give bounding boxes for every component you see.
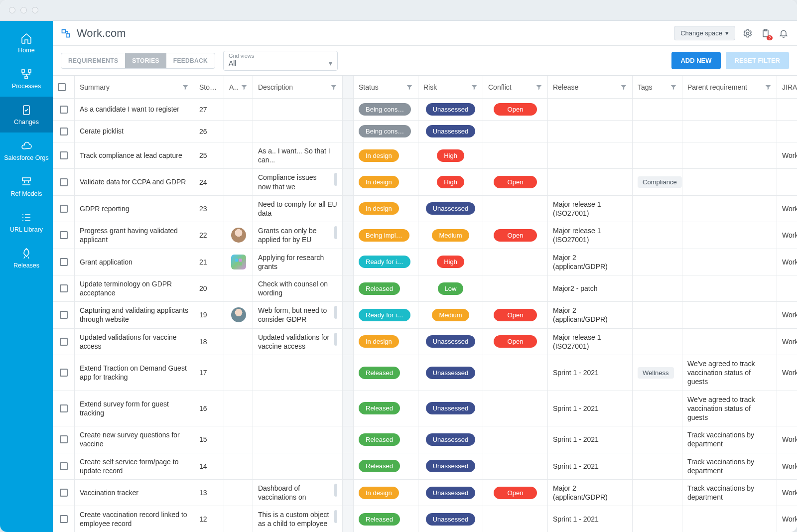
filter-icon[interactable] (535, 84, 542, 91)
row-checkbox-cell[interactable] (53, 329, 75, 355)
cell-assignee[interactable] (224, 142, 253, 169)
cell-description[interactable] (253, 99, 343, 121)
cell-release[interactable]: Sprint 1 - 2021 (548, 506, 633, 532)
cell-story-number[interactable]: 19 (194, 302, 224, 328)
resize-handle-icon[interactable] (334, 226, 337, 239)
row-checkbox-cell[interactable] (53, 302, 75, 328)
cell-story-number[interactable]: 26 (194, 121, 224, 142)
cell-assignee[interactable] (224, 302, 253, 328)
cell-story-number[interactable]: 21 (194, 249, 224, 275)
cell-risk[interactable]: High (418, 169, 483, 195)
row-checkbox-cell[interactable] (53, 391, 75, 427)
cell-release[interactable]: Major release 1 (ISO27001) (548, 196, 633, 222)
row-checkbox-cell[interactable] (53, 355, 75, 391)
filter-icon[interactable] (471, 84, 478, 91)
cell-description[interactable]: Grants can only be applied for by EU (253, 222, 343, 249)
cell-summary[interactable]: Create vaccination record linked to empl… (75, 506, 194, 532)
sidebar-item-home[interactable]: Home (0, 25, 53, 61)
cell-description[interactable]: Compliance issues now that we (253, 169, 343, 195)
cell-conflict[interactable]: Open (483, 302, 548, 328)
cell-summary[interactable]: Update terminology on GDPR acceptance (75, 275, 194, 302)
cell-assignee[interactable] (224, 480, 253, 506)
cell-parent[interactable] (682, 249, 777, 275)
cell-story-number[interactable]: 12 (194, 506, 224, 532)
filter-icon[interactable] (241, 84, 248, 91)
cell-description[interactable]: Updated validations for vaccine access (253, 329, 343, 355)
filter-icon[interactable] (670, 84, 677, 91)
cell-conflict[interactable] (483, 506, 548, 532)
cell-assignee[interactable] (224, 506, 253, 532)
cell-jira[interactable]: Work.com (777, 249, 797, 275)
cell-story-number[interactable]: 25 (194, 142, 224, 169)
select-all-checkbox[interactable] (58, 83, 66, 91)
cell-tags[interactable] (633, 222, 682, 249)
cell-description[interactable] (253, 355, 343, 391)
settings-icon[interactable] (742, 28, 753, 39)
cell-risk[interactable]: Unassessed (418, 426, 483, 453)
row-checkbox-cell[interactable] (53, 506, 75, 532)
traffic-light-minimize[interactable] (20, 7, 27, 13)
tab-feedback[interactable]: FEEDBACK (166, 53, 215, 68)
cell-parent[interactable] (682, 196, 777, 222)
cell-assignee[interactable] (224, 169, 253, 195)
cell-jira[interactable]: Work.com (777, 329, 797, 355)
cell-story-number[interactable]: 17 (194, 355, 224, 391)
cell-conflict[interactable]: Open (483, 329, 548, 355)
cell-conflict[interactable] (483, 275, 548, 302)
cell-status[interactable]: Released (354, 506, 418, 532)
reset-filter-button[interactable]: RESET FILTER (726, 52, 789, 69)
cell-status[interactable]: Being cons… (354, 121, 418, 142)
cell-tags[interactable] (633, 249, 682, 275)
cell-risk[interactable]: Medium (418, 302, 483, 328)
cell-assignee[interactable] (224, 355, 253, 391)
sidebar-item-salesforce-orgs[interactable]: Salesforce Orgs (0, 133, 53, 168)
cell-assignee[interactable] (224, 99, 253, 121)
cell-tags[interactable]: Compliance (633, 169, 682, 195)
resize-handle-icon[interactable] (334, 484, 337, 497)
cell-description[interactable] (253, 391, 343, 427)
change-space-dropdown[interactable]: Change space ▾ (674, 26, 735, 40)
cell-story-number[interactable]: 23 (194, 196, 224, 222)
row-checkbox-cell[interactable] (53, 275, 75, 302)
cell-risk[interactable]: Unassessed (418, 121, 483, 142)
cell-parent[interactable] (682, 169, 777, 195)
cell-conflict[interactable]: Open (483, 222, 548, 249)
cell-release[interactable]: Major release 1 (ISO27001) (548, 329, 633, 355)
cell-summary[interactable]: Create new survey questions for vaccine (75, 426, 194, 453)
cell-jira[interactable]: Work.com (777, 480, 797, 506)
row-checkbox[interactable] (60, 515, 68, 523)
cell-risk[interactable]: Unassessed (418, 196, 483, 222)
row-checkbox[interactable] (60, 338, 68, 346)
column-header-checkbox[interactable] (53, 76, 75, 99)
resize-handle-icon[interactable] (334, 306, 337, 319)
cell-parent[interactable]: We've agreed to track vaccination status… (682, 355, 777, 391)
cell-conflict[interactable] (483, 142, 548, 169)
cell-conflict[interactable] (483, 453, 548, 480)
row-checkbox[interactable] (60, 231, 68, 239)
cell-description[interactable] (253, 121, 343, 142)
cell-parent[interactable]: Track vaccinations by department (682, 453, 777, 480)
cell-parent[interactable] (682, 121, 777, 142)
row-checkbox-cell[interactable] (53, 222, 75, 249)
resize-handle-icon[interactable] (334, 510, 337, 523)
cell-conflict[interactable]: Open (483, 99, 548, 121)
row-checkbox[interactable] (60, 369, 68, 377)
cell-tags[interactable] (633, 142, 682, 169)
column-header-description[interactable]: Description (253, 76, 343, 99)
cell-status[interactable]: Released (354, 453, 418, 480)
cell-risk[interactable]: High (418, 249, 483, 275)
cell-parent[interactable] (682, 302, 777, 328)
row-checkbox[interactable] (60, 284, 68, 292)
sidebar-item-url-library[interactable]: URL Library (0, 204, 53, 240)
cell-jira[interactable]: Work.com (777, 453, 797, 480)
cell-parent[interactable] (682, 222, 777, 249)
cell-assignee[interactable] (224, 121, 253, 142)
sidebar-item-processes[interactable]: Processes (0, 61, 53, 97)
cell-summary[interactable]: As a candidate I want to register (75, 99, 194, 121)
row-checkbox-cell[interactable] (53, 196, 75, 222)
cell-jira[interactable] (777, 391, 797, 427)
cell-story-number[interactable]: 24 (194, 169, 224, 195)
cell-tags[interactable]: Wellness (633, 355, 682, 391)
row-checkbox[interactable] (60, 258, 68, 266)
row-checkbox-cell[interactable] (53, 169, 75, 195)
